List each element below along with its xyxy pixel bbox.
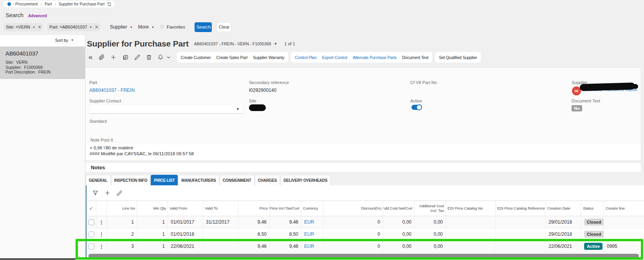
chevron-down-icon[interactable] bbox=[166, 55, 171, 59]
remove-filter-icon[interactable]: × bbox=[92, 24, 99, 30]
favorites-button[interactable]: ♡ Favorites bbox=[160, 25, 185, 30]
column-header-additional-cost-incl-tax[interactable]: Additional Cost Incl. Tax bbox=[415, 201, 446, 216]
cell-add-cost-net-curr: 0,00 bbox=[383, 228, 415, 240]
cell-line-no: 3 bbox=[107, 240, 137, 252]
table-row[interactable]: ⋮3122/06/20219,469,46EUR00,000,0022/06/2… bbox=[87, 240, 644, 253]
row-menu-icon[interactable]: ⋮ bbox=[99, 231, 104, 237]
notifications-bell-icon[interactable] bbox=[158, 54, 163, 60]
tab-general[interactable]: GENERAL bbox=[86, 175, 111, 185]
supplier-warranty-button[interactable]: Supplier Warranty bbox=[250, 52, 287, 63]
row-checkbox[interactable] bbox=[88, 231, 94, 237]
tab-price-list[interactable]: PRICE LIST bbox=[151, 175, 178, 185]
chevron-down-icon[interactable]: ▼ bbox=[32, 26, 35, 29]
column-header-price[interactable]: Price bbox=[238, 201, 270, 216]
column-header-add-cost-net-curr[interactable]: Add Cost Net/Curr bbox=[383, 201, 415, 216]
currency-link[interactable]: EUR bbox=[304, 231, 314, 237]
column-header-min-qty[interactable]: Min Qty bbox=[137, 201, 168, 216]
filter-dropdown-label: Supplier bbox=[110, 24, 127, 30]
cell-creation-date: 22/06/2021 bbox=[546, 240, 581, 252]
refresh-icon[interactable] bbox=[107, 2, 112, 7]
breadcrumb-item[interactable]: Part bbox=[45, 2, 52, 6]
currency-link[interactable]: EUR bbox=[304, 244, 314, 249]
tab-consignment[interactable]: CONSIGNMENT bbox=[220, 175, 254, 185]
set-qualified-supplier-button[interactable]: Set Qualified Supplier bbox=[436, 52, 480, 63]
field-label: Part Description: bbox=[5, 70, 36, 74]
tab-inspection-info[interactable]: INSPECTION INFO bbox=[111, 175, 151, 185]
delete-icon[interactable] bbox=[146, 54, 152, 60]
filter-dropdown-supplier[interactable]: Supplier▼ bbox=[110, 24, 133, 30]
note-post-it-value[interactable]: + 0,96 \'80 de matière #### Modifié par … bbox=[86, 143, 640, 160]
edit-icon[interactable] bbox=[134, 54, 140, 60]
column-header-price-incl-tax-curr[interactable]: Price Incl Tax/Curr bbox=[270, 201, 301, 216]
horizontal-scrollbar[interactable] bbox=[88, 254, 644, 258]
filter-chip[interactable]: Site: =VERN▼× bbox=[4, 23, 43, 31]
notes-section-header[interactable]: Notes bbox=[86, 162, 641, 172]
breadcrumb-item[interactable]: Procurement bbox=[15, 2, 38, 6]
table-row[interactable]: ⋮2101/01/20188,508,50EUR00,000,0029/01/2… bbox=[87, 228, 644, 240]
column-header-line-no[interactable]: Line No bbox=[107, 201, 137, 216]
search-button[interactable]: Search bbox=[195, 22, 212, 32]
tab-charges[interactable]: CHARGES bbox=[255, 175, 280, 185]
document-text-badge[interactable]: No bbox=[572, 105, 582, 111]
active-toggle[interactable] bbox=[411, 105, 422, 110]
breadcrumb-item[interactable]: Supplier for Purchase Part bbox=[59, 2, 105, 6]
scrollbar-thumb[interactable] bbox=[88, 254, 639, 258]
filter-chip[interactable]: Part: =AB60401037▼× bbox=[47, 23, 100, 31]
create-customer-button[interactable]: Create Customer bbox=[178, 52, 214, 63]
add-row-icon[interactable] bbox=[105, 190, 110, 196]
remove-filter-icon[interactable]: × bbox=[35, 24, 42, 30]
tab-delivery-overheads[interactable]: DELIVERY OVERHEADS bbox=[280, 175, 330, 185]
record-selector[interactable]: AB60401037 - FREIN - VERN - F1000368 ▼ bbox=[194, 41, 278, 46]
row-checkbox[interactable] bbox=[88, 244, 94, 249]
currency-link[interactable]: EUR bbox=[304, 219, 314, 225]
add-record-icon[interactable] bbox=[110, 54, 116, 60]
export-control-button[interactable]: Export Control bbox=[319, 52, 350, 63]
document-text-button[interactable]: Document Text bbox=[399, 52, 431, 63]
column-header-valid-from[interactable]: Valid From bbox=[168, 201, 203, 216]
result-card-selected[interactable]: AB60401037 Site:VERNSupplier:F1000368Par… bbox=[0, 47, 85, 79]
chevron-down-icon: ▼ bbox=[152, 26, 154, 29]
cell-creation-date: 29/01/2018 bbox=[546, 228, 581, 240]
row-menu-icon[interactable]: ⋮ bbox=[99, 244, 104, 249]
attachment-icon[interactable] bbox=[99, 54, 105, 60]
table-row[interactable]: ⋮1101/01/201731/12/20179,469,46EUR00,000… bbox=[87, 216, 644, 228]
filter-dropdown-more[interactable]: More▼ bbox=[138, 24, 154, 30]
column-header-status[interactable]: Status bbox=[581, 201, 604, 216]
duplicate-icon[interactable] bbox=[122, 54, 128, 61]
filter-icon[interactable] bbox=[92, 190, 98, 196]
column-header-edi-price-catalog-no[interactable]: EDI Price Catalog No bbox=[446, 201, 496, 216]
edit-rows-icon[interactable] bbox=[117, 190, 122, 196]
cell-price-incl-tax-curr: 9,46 bbox=[270, 240, 301, 252]
create-sales-part-button[interactable]: Create Sales Part bbox=[214, 52, 250, 63]
filter-dropdown-label: More bbox=[138, 24, 149, 30]
column-header-select[interactable]: ✓ bbox=[87, 201, 96, 216]
note-post-it-label: Note Post It bbox=[90, 138, 113, 142]
row-checkbox[interactable] bbox=[88, 219, 94, 225]
column-header-currency[interactable]: Currency bbox=[301, 201, 323, 216]
status-badge: Closed bbox=[584, 219, 604, 226]
column-header-edi-price-catalog-reference[interactable]: EDI Price Catalog Reference bbox=[496, 201, 546, 216]
part-value-link[interactable]: AB60401037 - FREIN bbox=[89, 88, 135, 93]
column-header-menu[interactable] bbox=[96, 201, 107, 216]
standard-label: Standard bbox=[89, 119, 107, 124]
collapse-left-icon[interactable]: « bbox=[88, 53, 93, 61]
chevron-down-icon[interactable]: ▼ bbox=[90, 26, 92, 29]
cell-min-qty: 1 bbox=[137, 228, 168, 240]
clear-button[interactable]: Clear bbox=[216, 22, 231, 32]
row-menu-icon[interactable]: ⋮ bbox=[99, 219, 104, 225]
advanced-search-link[interactable]: Advanced bbox=[28, 14, 47, 18]
alternate-purchase-parts-button[interactable]: Alternate Purchase Parts bbox=[350, 52, 399, 63]
app-dot-icon[interactable] bbox=[7, 2, 11, 6]
supplier-contact-combobox[interactable]: ▼ bbox=[89, 104, 244, 114]
breadcrumb-separator: › bbox=[54, 2, 56, 6]
column-header-valid-to[interactable]: Valid To bbox=[203, 201, 238, 216]
column-header-discount-[interactable]: Discount(%) bbox=[323, 201, 383, 216]
tab-manufacturers[interactable]: MANUFACTURERS bbox=[178, 175, 219, 185]
cell-discount-: 0 bbox=[323, 228, 383, 240]
column-header-creation-date[interactable]: Creation Date bbox=[546, 201, 581, 216]
control-plan-button[interactable]: Control Plan bbox=[292, 52, 319, 63]
cell-menu: ⋮ bbox=[96, 216, 107, 228]
column-header-creator-line[interactable]: Creator line bbox=[604, 201, 644, 216]
sort-by-button[interactable]: Sort by ▼ bbox=[52, 37, 77, 43]
toggle-knob bbox=[416, 104, 422, 110]
